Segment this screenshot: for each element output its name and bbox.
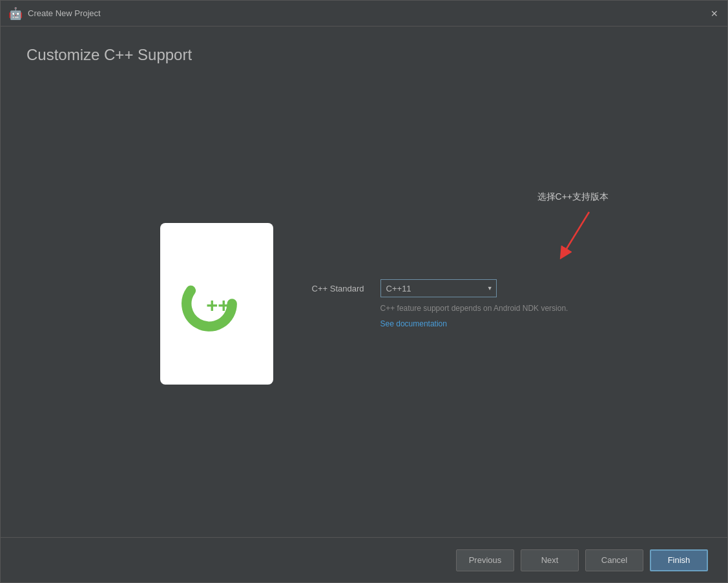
cpp-standard-row: C++ Standard Toolchain Default C++11 C++… — [312, 279, 568, 297]
svg-text:++: ++ — [206, 294, 229, 317]
cpp-logo: ++ — [181, 268, 252, 339]
android-icon: 🤖 — [8, 6, 23, 21]
finish-button[interactable]: Finish — [650, 549, 708, 571]
annotation-arrow — [557, 206, 608, 264]
annotation-container: 选择C++支持版本 — [537, 191, 608, 264]
preview-card: ++ — [160, 223, 273, 385]
annotation-text: 选择C++支持版本 — [537, 191, 608, 202]
see-documentation-link[interactable]: See documentation — [380, 319, 568, 328]
title-bar-left: 🤖 Create New Project — [8, 6, 101, 21]
page-title: Customize C++ Support — [26, 46, 702, 64]
main-window: 🤖 Create New Project ✕ Customize C++ Sup… — [0, 0, 728, 583]
feature-hint: C++ feature support depends on Android N… — [380, 304, 568, 313]
next-button[interactable]: Next — [521, 549, 579, 571]
content-area: Customize C++ Support ++ C++ Standard — [1, 26, 727, 537]
cpp-standard-select[interactable]: Toolchain Default C++11 C++14 C++17 — [380, 279, 497, 297]
window-title: Create New Project — [28, 8, 101, 18]
title-bar: 🤖 Create New Project ✕ — [1, 1, 727, 26]
cpp-standard-select-wrapper: Toolchain Default C++11 C++14 C++17 — [380, 279, 497, 297]
svg-line-2 — [563, 212, 589, 254]
cancel-button[interactable]: Cancel — [585, 549, 643, 571]
previous-button[interactable]: Previous — [456, 549, 514, 571]
form-area: C++ Standard Toolchain Default C++11 C++… — [312, 279, 568, 328]
close-button[interactable]: ✕ — [709, 8, 720, 19]
footer: Previous Next Cancel Finish — [1, 537, 727, 582]
cpp-standard-label: C++ Standard — [312, 284, 370, 293]
main-content: ++ C++ Standard Toolchain Default C++11 … — [26, 83, 702, 524]
